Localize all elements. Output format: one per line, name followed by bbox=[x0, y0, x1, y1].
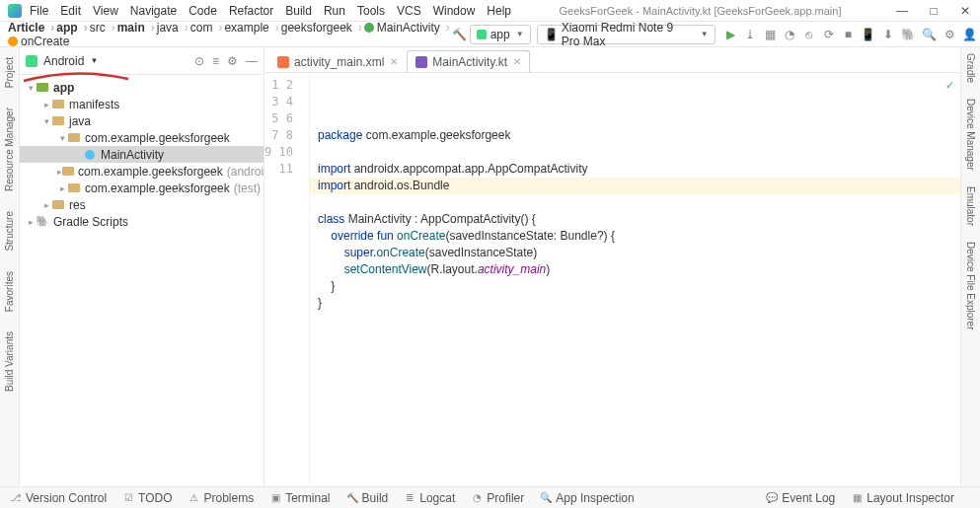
bottom-tool-logcat[interactable]: ≣Logcat bbox=[404, 491, 455, 505]
bottom-tool-event-log[interactable]: 💬Event Log bbox=[766, 491, 835, 505]
close-button[interactable]: ✕ bbox=[958, 4, 972, 18]
breadcrumb-com[interactable]: com bbox=[185, 19, 219, 36]
breadcrumb-example[interactable]: example bbox=[218, 19, 274, 36]
menu-window[interactable]: Window bbox=[433, 4, 476, 18]
tool-icon: 🔨 bbox=[346, 492, 358, 504]
bottom-tool-version-control[interactable]: ⎇Version Control bbox=[10, 491, 107, 505]
menu-file[interactable]: File bbox=[30, 4, 48, 18]
menu-edit[interactable]: Edit bbox=[60, 4, 81, 18]
editor-tab[interactable]: MainActivity.kt✕ bbox=[407, 50, 530, 72]
gear-icon[interactable]: ⚙ bbox=[227, 54, 238, 68]
menu-view[interactable]: View bbox=[93, 4, 118, 18]
hammer-icon[interactable]: 🔨 bbox=[452, 27, 467, 42]
bottom-tool-terminal[interactable]: ▣Terminal bbox=[269, 491, 330, 505]
collapse-icon[interactable]: ≡ bbox=[212, 54, 219, 68]
breadcrumb-src[interactable]: src bbox=[84, 19, 112, 36]
code-text[interactable]: package com.example.geeksforgeek import … bbox=[318, 127, 960, 312]
right-tool-strip: GradleDevice ManagerEmulatorDevice File … bbox=[960, 47, 980, 486]
bottom-tool-layout-inspector[interactable]: ▦Layout Inspector bbox=[851, 491, 954, 505]
tree-node-label: java bbox=[69, 114, 91, 128]
close-tab-icon[interactable]: ✕ bbox=[390, 56, 398, 67]
sync-icon[interactable]: 🐘 bbox=[901, 27, 916, 42]
class-icon bbox=[364, 23, 374, 33]
tree-twisty-icon[interactable]: ▾ bbox=[26, 83, 36, 93]
tool-emulator[interactable]: Emulator bbox=[965, 186, 976, 226]
tool-icon: 💬 bbox=[766, 492, 778, 504]
tree-node[interactable]: ▾com.example.geeksforgeek bbox=[20, 129, 264, 146]
profile-button[interactable]: ◔ bbox=[783, 27, 796, 42]
debug-button[interactable]: ⤓ bbox=[743, 27, 757, 42]
tree-node[interactable]: ▸com.example.geeksforgeek(test) bbox=[20, 180, 264, 196]
tree-node[interactable]: ▾app bbox=[20, 79, 264, 96]
run-button[interactable]: ▶ bbox=[724, 27, 738, 42]
tool-device-manager[interactable]: Device Manager bbox=[965, 99, 976, 171]
menu-navigate[interactable]: Navigate bbox=[130, 4, 177, 18]
breadcrumb-geeksforgeek[interactable]: geeksforgeek bbox=[275, 19, 358, 36]
tree-twisty-icon[interactable]: ▸ bbox=[41, 200, 51, 210]
breadcrumb-main[interactable]: main bbox=[112, 19, 151, 36]
bottom-tool-app-inspection[interactable]: 🔍App Inspection bbox=[540, 491, 634, 505]
project-tree[interactable]: ▾app▸manifests▾java▾com.example.geeksfor… bbox=[20, 75, 264, 486]
bottom-tool-problems[interactable]: ⚠Problems bbox=[188, 491, 255, 505]
run-config-label: app bbox=[490, 28, 510, 41]
tree-twisty-icon[interactable]: ▸ bbox=[41, 100, 51, 109]
device-dropdown[interactable]: 📱 Xiaomi Redmi Note 9 Pro Max ▼ bbox=[537, 25, 716, 44]
editor-tab[interactable]: activity_main.xml✕ bbox=[268, 50, 407, 72]
hide-panel-icon[interactable]: — bbox=[246, 54, 258, 68]
tree-node[interactable]: ▸com.example.geeksforgeek(androidTest) bbox=[20, 163, 264, 180]
tree-twisty-icon[interactable]: ▸ bbox=[57, 183, 67, 193]
stop-button[interactable]: ■ bbox=[842, 27, 856, 42]
tree-node[interactable]: ▸res bbox=[20, 196, 264, 213]
tool-structure[interactable]: Structure bbox=[4, 211, 15, 252]
menu-vcs[interactable]: VCS bbox=[397, 4, 421, 18]
tree-twisty-icon[interactable]: ▸ bbox=[26, 217, 36, 227]
tree-node[interactable]: ▾java bbox=[20, 112, 264, 129]
avd-manager-icon[interactable]: 📱 bbox=[861, 27, 875, 42]
tool-resource-manager[interactable]: Resource Manager bbox=[4, 108, 15, 191]
target-icon[interactable]: ⊙ bbox=[194, 54, 204, 68]
sdk-manager-icon[interactable]: ⬇ bbox=[881, 27, 895, 42]
apply-changes-icon[interactable]: ⟳ bbox=[822, 27, 836, 42]
editor-area: activity_main.xml✕MainActivity.kt✕ 1 2 3… bbox=[264, 47, 960, 486]
breadcrumb-mainactivity[interactable]: MainActivity bbox=[358, 19, 446, 36]
kt-file-icon bbox=[415, 56, 427, 68]
bottom-tool-todo[interactable]: ☑TODO bbox=[122, 491, 172, 505]
search-icon[interactable]: 🔍 bbox=[922, 27, 937, 42]
minimize-button[interactable]: — bbox=[895, 4, 909, 18]
coverage-button[interactable]: ▦ bbox=[763, 27, 777, 42]
menu-code[interactable]: Code bbox=[188, 4, 217, 18]
tree-node-label: manifests bbox=[69, 98, 119, 111]
attach-debugger-icon[interactable]: ⎋ bbox=[802, 27, 816, 42]
account-icon[interactable]: 👤 bbox=[962, 27, 977, 42]
settings-icon[interactable]: ⚙ bbox=[942, 27, 956, 42]
run-config-dropdown[interactable]: app ▼ bbox=[470, 25, 531, 44]
maximize-button[interactable]: □ bbox=[927, 4, 941, 18]
bottom-tool-build[interactable]: 🔨Build bbox=[346, 491, 389, 505]
tool-device-file-explorer[interactable]: Device File Explorer bbox=[965, 242, 976, 329]
tree-node-label: com.example.geeksforgeek bbox=[85, 131, 230, 145]
code-content[interactable]: ✓ package com.example.geeksforgeek impor… bbox=[310, 73, 960, 486]
bottom-toolbar: ⎇Version Control☑TODO⚠Problems▣Terminal🔨… bbox=[0, 486, 980, 508]
breadcrumb-java[interactable]: java bbox=[151, 19, 185, 36]
project-mode-dropdown[interactable]: Android ▼ ⊙ ≡ ⚙ — bbox=[20, 47, 264, 75]
tree-node[interactable]: ▸manifests bbox=[20, 96, 264, 112]
menu-build[interactable]: Build bbox=[285, 4, 312, 18]
tree-twisty-icon[interactable]: ▾ bbox=[57, 133, 67, 143]
close-tab-icon[interactable]: ✕ bbox=[513, 56, 521, 67]
menu-help[interactable]: Help bbox=[487, 4, 511, 18]
bottom-tool-profiler[interactable]: ◔Profiler bbox=[471, 491, 524, 505]
menu-run[interactable]: Run bbox=[324, 4, 345, 18]
tree-node[interactable]: MainActivity bbox=[20, 146, 264, 163]
android-icon bbox=[26, 55, 38, 67]
code-editor[interactable]: 1 2 3 4 5 6 7 8 9 10 11 ✓ package com.ex… bbox=[264, 73, 960, 486]
menu-refactor[interactable]: Refactor bbox=[229, 4, 273, 18]
tree-twisty-icon[interactable]: ▾ bbox=[41, 116, 51, 126]
tool-icon: ◔ bbox=[471, 492, 483, 504]
tool-project[interactable]: Project bbox=[4, 57, 15, 88]
tool-icon: ⎇ bbox=[10, 492, 22, 504]
tool-gradle[interactable]: Gradle bbox=[965, 53, 976, 83]
tree-node[interactable]: ▸🐘Gradle Scripts bbox=[20, 213, 264, 230]
menu-tools[interactable]: Tools bbox=[357, 4, 385, 18]
tool-build-variants[interactable]: Build Variants bbox=[4, 331, 15, 392]
tool-favorites[interactable]: Favorites bbox=[4, 271, 15, 312]
